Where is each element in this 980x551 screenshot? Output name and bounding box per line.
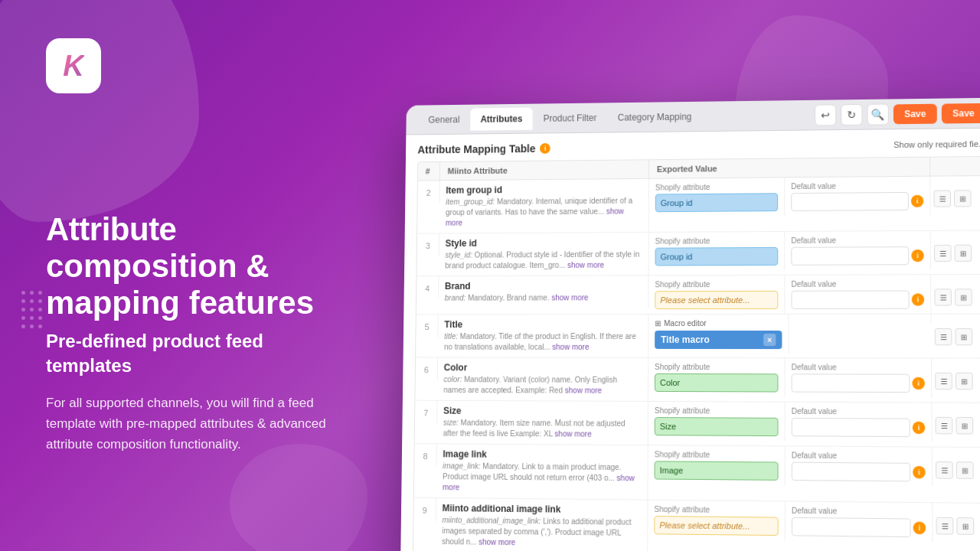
shopify-cell: Shopify attribute — [648, 276, 785, 314]
list-view-icon[interactable]: ☰ — [935, 328, 952, 345]
show-more-link[interactable]: show more — [446, 207, 624, 227]
table-header: Attribute Mapping Table i Show only requ… — [417, 138, 980, 156]
default-cell: Default value i — [785, 231, 931, 270]
show-more-link[interactable]: show more — [567, 261, 604, 269]
logo: K — [46, 38, 101, 93]
attribute-description: miinto_additional_image_link: Links to a… — [442, 515, 641, 549]
list-view-icon[interactable]: ☰ — [936, 517, 953, 535]
default-value-input[interactable] — [792, 517, 911, 537]
list-view-icon[interactable]: ☰ — [935, 373, 952, 390]
list-view-icon[interactable]: ☰ — [936, 417, 953, 435]
info-dot-icon: i — [913, 422, 926, 434]
default-value-input[interactable] — [791, 192, 909, 211]
table-row: 9 Miinto additional image link miinto_ad… — [413, 498, 980, 551]
list-view-icon[interactable]: ☰ — [934, 245, 952, 262]
shopify-attribute-input[interactable] — [655, 417, 779, 436]
table-row: 8 Image link image_link: Mandatory. Link… — [414, 444, 980, 504]
list-view-icon[interactable]: ☰ — [936, 461, 953, 479]
macro-input-bar[interactable]: Title macro × — [655, 331, 782, 349]
default-input-wrap: i — [792, 418, 926, 437]
attribute-description: size: Mandatory. Item size name. Must no… — [443, 418, 642, 440]
row-number: 7 — [415, 401, 437, 424]
search-button[interactable]: 🔍 — [867, 103, 888, 125]
grid-view-icon[interactable]: ⊞ — [956, 517, 974, 535]
row-actions: ☰ ⊞ — [931, 275, 980, 311]
macro-close-icon[interactable]: × — [763, 334, 776, 346]
show-more-link[interactable]: show more — [554, 429, 591, 438]
dot — [38, 316, 42, 320]
show-more-link[interactable]: show more — [551, 293, 588, 302]
dot — [38, 291, 42, 295]
attribute-cell: Color color: Mandatory. Variant (color) … — [437, 357, 648, 400]
show-more-link[interactable]: show more — [565, 386, 602, 395]
default-cell: Default value i — [785, 275, 931, 314]
tab-product-filter[interactable]: Product Filter — [533, 106, 607, 129]
shopify-attribute-input[interactable] — [655, 373, 779, 393]
shopify-attribute-input[interactable] — [655, 461, 779, 481]
attribute-description: color: Mandatory. Variant (color) name. … — [443, 374, 642, 396]
default-label: Default value — [792, 451, 926, 460]
grid-view-icon[interactable]: ⊞ — [955, 289, 972, 305]
table-row: 3 Style id style_id: Optional. Product s… — [416, 230, 980, 276]
list-view-icon[interactable]: ☰ — [933, 190, 951, 207]
grid-view-icon[interactable]: ⊞ — [956, 461, 974, 479]
info-dot-icon: i — [911, 195, 923, 207]
save-button-1[interactable]: Save — [893, 103, 937, 124]
attribute-cell: Miinto additional image link miinto_addi… — [436, 498, 648, 551]
default-input-wrap: i — [791, 192, 923, 211]
tab-general[interactable]: General — [418, 108, 470, 131]
shopify-attribute-input[interactable] — [655, 291, 778, 309]
default-input-wrap: i — [791, 290, 924, 308]
dot — [30, 316, 34, 320]
macro-editor-label: Macro editor — [664, 319, 706, 328]
grid-view-icon[interactable]: ⊞ — [954, 190, 972, 207]
info-dot-icon: i — [912, 293, 924, 305]
shopify-label: Shopify attribute — [655, 236, 779, 246]
toolbar-actions: ↩ ↻ 🔍 Save Save — [815, 102, 980, 126]
info-dot-icon: i — [913, 466, 926, 478]
grid-view-icon[interactable]: ⊞ — [955, 245, 972, 262]
show-more-link[interactable]: show more — [479, 538, 515, 547]
default-value-input[interactable] — [792, 462, 910, 482]
tab-attributes[interactable]: Attributes — [470, 107, 533, 130]
dot — [38, 308, 42, 311]
default-cell: Default value i — [785, 177, 930, 216]
shopify-cell: Shopify attribute — [648, 445, 786, 485]
attribute-description: item_group_id: Mandatory. Internal, uniq… — [446, 196, 642, 229]
table-title: Attribute Mapping Table i — [417, 142, 550, 155]
row-number: 4 — [416, 276, 439, 298]
dot — [38, 324, 42, 328]
tab-category-mapping[interactable]: Category Mapping — [607, 105, 702, 129]
dot — [21, 316, 25, 320]
shopify-attribute-input[interactable] — [655, 247, 778, 266]
shopify-attribute-input[interactable] — [654, 516, 778, 536]
default-value-input[interactable] — [792, 418, 910, 437]
undo-button[interactable]: ↩ — [815, 104, 836, 126]
grid-view-icon[interactable]: ⊞ — [956, 417, 973, 435]
list-view-icon[interactable]: ☰ — [934, 289, 952, 305]
headline-line2: composition & — [46, 248, 352, 285]
grid-view-icon[interactable]: ⊞ — [955, 328, 972, 345]
default-value-input[interactable] — [791, 246, 909, 266]
default-value-input[interactable] — [792, 373, 910, 393]
default-value-input[interactable] — [791, 290, 909, 308]
default-label: Default value — [792, 363, 925, 371]
attribute-cell: Item group id item_group_id: Mandatory. … — [439, 179, 649, 233]
shopify-cell: Shopify attribute — [649, 178, 785, 217]
attribute-name: Item group id — [446, 184, 642, 196]
attribute-cell: Style id style_id: Optional. Product sty… — [439, 233, 648, 276]
app-window: General Attributes Product Filter Catego… — [400, 98, 980, 551]
save-button-2[interactable]: Save — [942, 103, 980, 123]
col-hdr-exported: Exported Value — [649, 158, 930, 178]
logo-letter: K — [63, 50, 83, 83]
row-number: 6 — [416, 357, 438, 380]
grid-view-icon[interactable]: ⊞ — [956, 373, 973, 390]
refresh-button[interactable]: ↻ — [841, 103, 862, 125]
default-input-wrap: i — [792, 373, 925, 393]
show-more-link[interactable]: show more — [552, 343, 589, 351]
show-required-label: Show only required fie... — [893, 139, 980, 149]
dot — [30, 299, 34, 303]
show-more-link[interactable]: show more — [443, 474, 635, 491]
shopify-attribute-input[interactable] — [655, 193, 778, 212]
attribute-cell: Title title: Mandatory. Title of the pro… — [438, 315, 648, 357]
